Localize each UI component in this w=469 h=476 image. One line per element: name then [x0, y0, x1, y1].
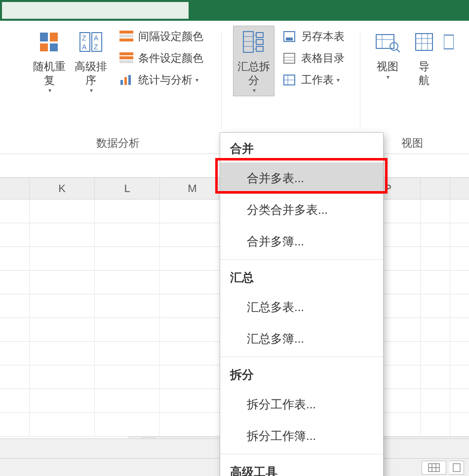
chevron-down-icon: ▾ — [90, 87, 93, 94]
random-repeat-icon — [36, 28, 63, 56]
ribbon-group-data-analysis: 随机重 复 ▾ Z A A Z 高级排 序 ▾ — [15, 21, 221, 154]
stats-analysis-icon — [118, 73, 134, 87]
svg-text:A: A — [82, 43, 87, 51]
menu-item-merge-workbooks[interactable]: 合并多簿... — [220, 226, 383, 257]
view-normal-button[interactable] — [422, 461, 446, 475]
summary-split-icon — [240, 28, 268, 56]
partial-icon — [443, 28, 454, 56]
svg-rect-24 — [256, 40, 263, 44]
sheet-catalog-label: 表格目录 — [301, 51, 345, 66]
col-header-m[interactable]: M — [160, 178, 225, 199]
menu-item-split-sheet[interactable]: 拆分工作表... — [220, 389, 383, 420]
navigate-icon — [410, 28, 438, 56]
summary-split-label: 汇总拆 分 — [237, 60, 270, 87]
svg-rect-13 — [119, 52, 133, 55]
interval-color-label: 间隔设定颜色 — [138, 29, 203, 44]
svg-text:Z: Z — [82, 34, 86, 42]
svg-rect-30 — [286, 38, 293, 40]
navigate-label: 导 航 — [419, 60, 430, 87]
conditional-color-button[interactable]: 条件设定颜色 — [115, 47, 207, 69]
svg-rect-15 — [119, 60, 133, 63]
svg-rect-1 — [50, 33, 58, 41]
menu-section-advanced: 高级工具 — [220, 456, 383, 476]
svg-rect-0 — [40, 33, 48, 41]
stats-analysis-button[interactable]: 统计与分析 ▾ — [115, 69, 207, 91]
svg-rect-47 — [444, 35, 454, 49]
svg-rect-42 — [416, 34, 432, 50]
menu-separator — [220, 357, 383, 357]
col-header-l[interactable]: L — [95, 178, 160, 199]
svg-rect-19 — [243, 32, 253, 52]
chevron-down-icon: ▾ — [337, 77, 340, 83]
svg-rect-37 — [376, 35, 394, 48]
interval-color-button[interactable]: 间隔设定颜色 — [115, 26, 207, 47]
menu-separator — [220, 259, 383, 260]
conditional-color-label: 条件设定颜色 — [138, 51, 203, 66]
chevron-down-icon: ▾ — [253, 87, 256, 94]
col-header-q-partial[interactable] — [421, 178, 450, 199]
svg-rect-12 — [119, 39, 133, 41]
menu-item-split-workbook[interactable]: 拆分工作簿... — [220, 420, 383, 452]
svg-text:A: A — [94, 34, 99, 42]
sheet-catalog-icon — [281, 51, 297, 65]
menu-item-merge-sheets[interactable]: 合并多表... — [220, 162, 383, 194]
chevron-down-icon: ▾ — [195, 77, 198, 83]
view-icon — [374, 28, 401, 56]
conditional-color-icon — [118, 51, 134, 65]
grid-view-icon — [428, 463, 440, 472]
menu-item-category-merge-sheets[interactable]: 分类合并多表... — [220, 194, 383, 226]
random-repeat-button[interactable]: 随机重 复 ▾ — [29, 26, 70, 96]
svg-rect-23 — [256, 33, 263, 38]
navigate-button[interactable]: 导 航 — [406, 26, 442, 89]
advanced-sort-label: 高级排 序 — [75, 60, 107, 87]
summary-split-button[interactable]: 汇总拆 分 ▾ — [233, 26, 274, 96]
col-header-k[interactable]: K — [30, 178, 95, 199]
group-label-data-analysis: 数据分析 — [15, 136, 221, 151]
worksheet-button[interactable]: 工作表 ▾ — [277, 69, 349, 91]
svg-rect-16 — [120, 80, 123, 85]
chevron-down-icon: ▾ — [48, 87, 51, 94]
menu-section-merge: 合并 — [220, 133, 383, 162]
save-sheet-icon — [281, 30, 297, 43]
worksheet-label: 工作表 — [301, 73, 334, 87]
menu-item-summary-sheets[interactable]: 汇总多表... — [220, 291, 383, 323]
advanced-sort-button[interactable]: Z A A Z 高级排 序 ▾ — [70, 26, 112, 96]
save-sheet-button[interactable]: 另存本表 — [277, 26, 349, 47]
page-view-icon — [452, 463, 461, 472]
partial-button-left[interactable] — [0, 21, 15, 57]
advanced-sort-icon: Z A A Z — [77, 28, 105, 56]
svg-rect-31 — [284, 53, 295, 63]
svg-rect-10 — [119, 31, 133, 34]
menu-section-summary: 汇总 — [220, 262, 383, 291]
view-button[interactable]: 视图 ▾ — [369, 26, 406, 83]
svg-rect-17 — [124, 77, 127, 85]
view-label: 视图 — [377, 60, 398, 74]
save-sheet-label: 另存本表 — [301, 29, 345, 44]
svg-rect-52 — [453, 464, 460, 472]
svg-rect-25 — [256, 46, 263, 51]
svg-line-41 — [397, 49, 400, 52]
menu-item-summary-workbooks[interactable]: 汇总多簿... — [220, 323, 383, 355]
menu-section-split: 拆分 — [220, 359, 383, 389]
chevron-down-icon: ▾ — [387, 74, 390, 80]
svg-rect-18 — [128, 75, 131, 85]
svg-text:Z: Z — [94, 43, 98, 51]
random-repeat-label: 随机重 复 — [33, 60, 66, 87]
title-bar — [0, 0, 469, 21]
col-header-partial[interactable] — [0, 178, 30, 199]
sheet-catalog-button[interactable]: 表格目录 — [277, 47, 349, 69]
menu-separator — [220, 454, 383, 454]
stats-analysis-label: 统计与分析 — [138, 73, 193, 87]
summary-split-dropdown: 合并 合并多表... 分类合并多表... 合并多簿... 汇总 汇总多表... … — [220, 132, 384, 476]
svg-rect-14 — [119, 56, 133, 59]
view-page-button[interactable] — [449, 461, 464, 475]
svg-rect-11 — [119, 35, 133, 38]
interval-color-icon — [118, 30, 134, 43]
svg-rect-3 — [50, 43, 58, 51]
svg-rect-2 — [40, 43, 48, 51]
partial-button-right-1[interactable] — [442, 26, 455, 62]
worksheet-icon — [281, 73, 297, 87]
title-box — [2, 2, 189, 19]
